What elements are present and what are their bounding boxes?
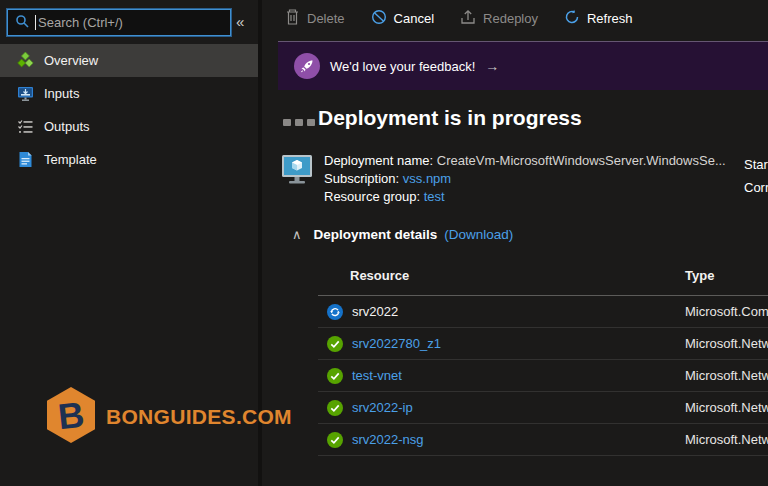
cancel-button[interactable]: Cancel <box>371 9 434 28</box>
sidebar-nav: Overview Inputs <box>0 44 258 176</box>
overview-resource-icon <box>16 52 34 70</box>
column-header-resource: Resource <box>350 268 409 283</box>
search-icon <box>15 14 29 31</box>
bonguides-logo: B BONGUIDES.COM <box>44 386 292 447</box>
deployment-name-row: Deployment name: CreateVm-MicrosoftWindo… <box>324 152 726 170</box>
logo-hexagon-icon: B <box>44 386 98 447</box>
resource-link[interactable]: test-vnet <box>352 368 402 383</box>
success-check-icon <box>327 432 343 451</box>
text-cursor <box>35 15 36 30</box>
resource-link[interactable]: srv2022780_z1 <box>352 336 441 351</box>
sidebar-item-outputs[interactable]: Outputs <box>0 110 258 143</box>
redeploy-label: Redeploy <box>483 11 538 26</box>
resource-link[interactable]: srv2022-nsg <box>352 432 424 447</box>
sidebar-item-template[interactable]: Template <box>0 143 258 176</box>
table-row[interactable]: test-vnet Microsoft.Netw <box>318 360 768 392</box>
deployment-details-title: Deployment details <box>314 227 438 242</box>
resource-group-link[interactable]: test <box>424 189 445 204</box>
deployment-meta-right-column: Start Corre <box>744 153 768 199</box>
cancel-label: Cancel <box>394 11 434 26</box>
logo-text: BONGUIDES.COM <box>106 405 292 429</box>
resource-group-label: Resource group: <box>324 189 420 204</box>
sidebar-item-label: Overview <box>44 53 98 68</box>
delete-label: Delete <box>307 11 345 26</box>
sidebar-item-overview[interactable]: Overview <box>0 44 258 77</box>
redeploy-button[interactable]: Redeploy <box>460 9 538 28</box>
search-placeholder: Search (Ctrl+/) <box>38 15 123 30</box>
table-row[interactable]: srv2022 Microsoft.Comp <box>318 296 768 328</box>
download-link[interactable]: (Download) <box>444 227 513 242</box>
trash-icon <box>285 9 300 28</box>
resource-type: Microsoft.Netw <box>685 336 768 351</box>
resource-type: Microsoft.Comp <box>685 304 768 319</box>
table-row[interactable]: srv2022-ip Microsoft.Netw <box>318 392 768 424</box>
subscription-link[interactable]: vss.npm <box>403 171 451 186</box>
table-row[interactable]: srv2022780_z1 Microsoft.Netw <box>318 328 768 360</box>
success-check-icon <box>327 368 343 387</box>
redeploy-upload-icon <box>460 9 476 28</box>
search-input[interactable]: Search (Ctrl+/) <box>7 9 231 36</box>
rocket-icon <box>294 53 320 79</box>
page-title: Deployment is in progress <box>318 106 582 130</box>
template-document-icon <box>16 151 34 169</box>
deployment-name-value: CreateVm-MicrosoftWindowsServer.WindowsS… <box>437 153 726 168</box>
outputs-checklist-icon <box>16 118 34 136</box>
refresh-label: Refresh <box>587 11 633 26</box>
chevron-up-icon[interactable]: ∧ <box>292 227 302 242</box>
resource-group-row: Resource group: test <box>324 188 726 206</box>
column-header-type: Type <box>685 268 714 283</box>
feedback-banner[interactable]: We'd love your feedback! → <box>278 41 768 90</box>
delete-button[interactable]: Delete <box>285 9 345 28</box>
deployment-details-table: Resource Type srv2022 Microsoft.Comp srv… <box>318 262 768 456</box>
resource-link[interactable]: srv2022-ip <box>352 400 413 415</box>
subscription-row: Subscription: vss.npm <box>324 170 726 188</box>
sidebar-item-inputs[interactable]: Inputs <box>0 77 258 110</box>
feedback-text: We'd love your feedback! <box>330 59 475 74</box>
command-bar: Delete Cancel Redeploy Refresh <box>285 9 633 28</box>
deployment-info: Deployment name: CreateVm-MicrosoftWindo… <box>324 152 726 206</box>
table-header: Resource Type <box>318 262 768 295</box>
deployment-name-label: Deployment name: <box>324 153 433 168</box>
arrow-right-icon: → <box>485 58 499 74</box>
sidebar-collapse-icon[interactable]: « <box>236 13 244 30</box>
inputs-monitor-icon <box>16 85 34 103</box>
subscription-label: Subscription: <box>324 171 399 186</box>
in-progress-dots-icon <box>283 119 315 126</box>
resource-type: Microsoft.Netw <box>685 368 768 383</box>
success-check-icon <box>327 336 343 355</box>
svg-text:B: B <box>56 394 86 437</box>
success-check-icon <box>327 400 343 419</box>
deployment-details-section-header: ∧ Deployment details (Download) <box>292 227 513 242</box>
in-progress-sync-icon <box>327 304 343 323</box>
refresh-icon <box>564 9 580 28</box>
resource-type: Microsoft.Netw <box>685 432 768 447</box>
sidebar-item-label: Template <box>44 152 97 167</box>
cancel-circle-slash-icon <box>371 9 387 28</box>
sidebar-item-label: Outputs <box>44 119 90 134</box>
resource-type: Microsoft.Netw <box>685 400 768 415</box>
deployment-monitor-icon <box>280 152 314 189</box>
sidebar-item-label: Inputs <box>44 86 79 101</box>
resource-name: srv2022 <box>352 304 398 319</box>
correlation-id-label: Corre <box>744 176 768 199</box>
start-time-label: Start <box>744 153 768 176</box>
refresh-button[interactable]: Refresh <box>564 9 633 28</box>
table-row[interactable]: srv2022-nsg Microsoft.Netw <box>318 424 768 456</box>
